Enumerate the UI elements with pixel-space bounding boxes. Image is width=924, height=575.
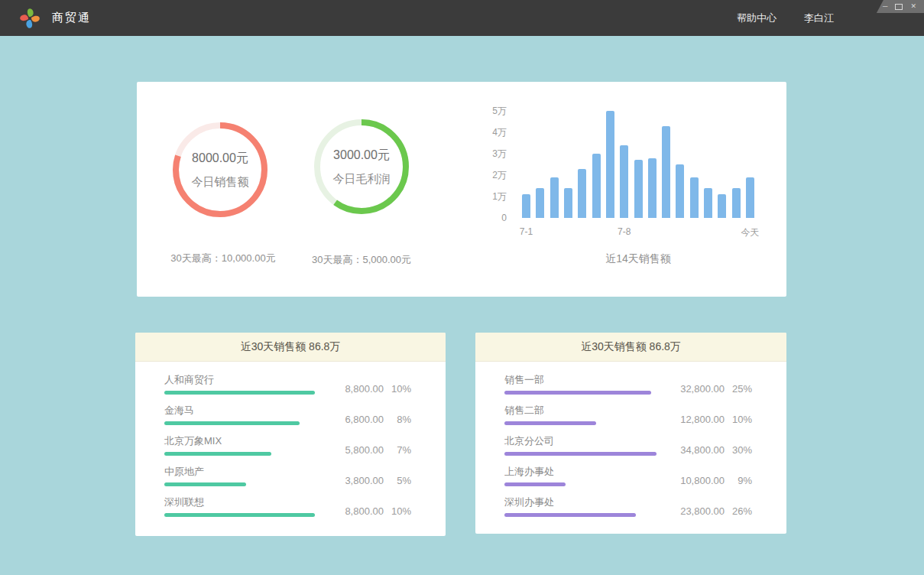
x-axis-label: 7-8 — [618, 226, 631, 237]
sales-bar — [662, 126, 670, 218]
today-profit-label: 今日毛利润 — [333, 172, 391, 187]
rank-row-right: 12,800.00 10% — [665, 414, 752, 425]
department-sales-rank-card: 近30天销售额 86.8万 销售一部 32,800.00 25% 销售二部 12… — [475, 333, 786, 534]
sales-bar — [732, 188, 741, 218]
rank-value: 8,800.00 — [324, 383, 384, 395]
rank-label: 深圳办事处 — [504, 496, 665, 508]
rank-bar — [504, 482, 566, 486]
rank-percent: 8% — [384, 414, 411, 425]
rank-percent: 7% — [384, 444, 411, 456]
close-button[interactable]: ✕ — [910, 3, 916, 10]
rank-row-left: 北京分公司 — [504, 435, 665, 456]
bar-chart-caption: 近14天销售额 — [522, 252, 754, 266]
overview-card: 8000.00元 今日销售额 30天最高：10,000.00元 3000.00元… — [137, 82, 786, 297]
titlebar: 商贸通 帮助中心 李白江 — [0, 0, 924, 36]
rank-percent: 10% — [384, 383, 411, 395]
minimize-button[interactable]: ─ — [883, 3, 887, 10]
customer-sales-rank-card: 近30天销售额 86.8万 人和商贸行 8,800.00 10% 金海马 6,8… — [135, 333, 446, 536]
sales-bar — [746, 177, 754, 218]
maximize-button[interactable] — [895, 4, 903, 10]
sales-bar — [620, 145, 628, 218]
rank-bar — [164, 482, 246, 486]
rank-bar — [504, 452, 657, 456]
rank-row: 深圳办事处 23,800.00 26% — [504, 496, 752, 517]
sales-bar — [676, 164, 684, 218]
y-axis-label: 3万 — [492, 148, 507, 161]
rank-row: 上海办事处 10,800.00 9% — [504, 466, 752, 486]
y-axis-label: 1万 — [492, 190, 507, 203]
rank-label: 中原地产 — [164, 466, 324, 478]
y-axis: 5万4万3万2万1万0 — [487, 111, 507, 218]
rank-bar — [164, 452, 271, 456]
x-axis-label: 今天 — [741, 226, 760, 239]
rank-row: 金海马 6,800.00 8% — [164, 404, 411, 425]
sales-bar — [550, 177, 559, 218]
rank-row-right: 32,800.00 25% — [665, 383, 752, 395]
sales-bar — [564, 188, 572, 218]
rank-row-right: 34,800.00 30% — [665, 444, 752, 456]
user-menu[interactable]: 李白江 — [804, 11, 834, 25]
rank-row-left: 北京万象MIX — [164, 435, 324, 456]
rank-row-right: 6,800.00 8% — [324, 414, 411, 425]
rank-card-title: 近30天销售额 86.8万 — [135, 333, 446, 362]
today-sales-label: 今日销售额 — [192, 175, 249, 190]
app-window: 商贸通 帮助中心 李白江 ─ ✕ 8000.00元 今日销售额 30天最高：10… — [0, 0, 924, 575]
rank-label: 北京分公司 — [504, 435, 665, 447]
rank-bar — [164, 391, 315, 395]
rank-row-left: 销售二部 — [504, 404, 665, 425]
rank-value: 3,800.00 — [324, 475, 384, 486]
rank-row-right: 8,800.00 10% — [324, 505, 411, 517]
window-controls: ─ ✕ — [875, 0, 924, 13]
sales-bar — [718, 194, 726, 218]
rank-value: 12,800.00 — [665, 414, 725, 425]
rank-label: 销售二部 — [504, 404, 665, 417]
rank-bar — [504, 513, 636, 517]
rank-row-left: 中原地产 — [164, 466, 324, 486]
sales-bar — [536, 188, 544, 218]
rank-row: 人和商贸行 8,800.00 10% — [164, 374, 411, 395]
rank-label: 销售一部 — [504, 374, 665, 386]
y-axis-label: 4万 — [492, 126, 507, 139]
rank-label: 深圳联想 — [164, 496, 324, 508]
y-axis-label: 0 — [501, 213, 507, 223]
rank-label: 北京万象MIX — [164, 435, 324, 447]
rank-row-right: 8,800.00 10% — [324, 383, 411, 395]
rank-value: 8,800.00 — [324, 505, 384, 517]
sales-bar — [592, 154, 601, 218]
today-sales-donut: 8000.00元 今日销售额 — [171, 121, 269, 219]
rank-row-left: 深圳办事处 — [504, 496, 665, 517]
sales-bar — [690, 177, 699, 218]
donut-center: 3000.00元 今日毛利润 — [313, 118, 410, 216]
sales-14d-bar-chart: 5万4万3万2万1万0 7-17-8今天 近14天销售额 — [487, 106, 762, 281]
titlebar-nav: 帮助中心 李白江 — [737, 11, 924, 25]
rank-row: 北京分公司 34,800.00 30% — [504, 435, 752, 456]
rank-row: 中原地产 3,800.00 5% — [164, 466, 411, 486]
rank-label: 人和商贸行 — [164, 374, 324, 386]
rank-row-right: 23,800.00 26% — [665, 505, 752, 517]
rank-bar — [504, 391, 651, 395]
rank-percent: 5% — [384, 475, 411, 486]
bar-series — [522, 111, 754, 218]
rank-card-title: 近30天销售额 86.8万 — [475, 333, 786, 362]
today-profit-value: 3000.00元 — [333, 148, 390, 164]
rank-bar — [164, 421, 300, 425]
rank-row-left: 深圳联想 — [164, 496, 324, 517]
rank-percent: 10% — [725, 414, 752, 425]
rank-row-left: 人和商贸行 — [164, 374, 324, 395]
rank-value: 6,800.00 — [324, 414, 384, 425]
rank-list: 人和商贸行 8,800.00 10% 金海马 6,800.00 8% 北京万象M… — [135, 362, 446, 517]
rank-row: 深圳联想 8,800.00 10% — [164, 496, 411, 517]
today-sales-value: 8000.00元 — [192, 151, 248, 167]
help-center-link[interactable]: 帮助中心 — [737, 11, 776, 25]
rank-bar — [164, 513, 315, 517]
x-axis-label: 7-1 — [520, 226, 533, 237]
rank-percent: 25% — [725, 383, 752, 395]
rank-row-left: 金海马 — [164, 404, 324, 425]
y-axis-label: 5万 — [492, 105, 507, 118]
rank-label: 上海办事处 — [504, 466, 665, 478]
rank-value: 34,800.00 — [665, 444, 725, 456]
rank-bar — [504, 421, 596, 425]
donut-center: 8000.00元 今日销售额 — [171, 121, 269, 219]
rank-row-right: 3,800.00 5% — [324, 475, 411, 486]
rank-percent: 26% — [725, 505, 752, 517]
